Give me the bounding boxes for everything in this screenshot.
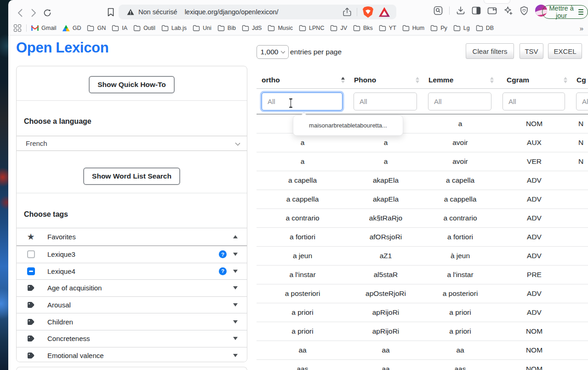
bookmark-item-outil[interactable]: Outil bbox=[133, 25, 155, 31]
table-row[interactable]: a prioriapRijoRia prioriNOM bbox=[257, 322, 588, 341]
column-header-lemme[interactable]: Lemme bbox=[423, 71, 497, 88]
update-browser-button[interactable]: Mettre à jour bbox=[542, 5, 588, 19]
folder-icon bbox=[330, 25, 337, 31]
checkbox-unchecked[interactable] bbox=[27, 250, 35, 258]
leo-ai-icon[interactable] bbox=[503, 6, 513, 16]
bookmark-item-yt[interactable]: YT bbox=[379, 25, 396, 31]
autocomplete-suggestion[interactable]: maisonarbretabletabouretta... bbox=[293, 115, 403, 136]
table-cell: a priori bbox=[257, 322, 348, 341]
sidebar-panel: Show Quick How-To Choose a language Fren… bbox=[16, 66, 247, 362]
wallet-icon[interactable] bbox=[487, 6, 497, 15]
checkbox-indeterminate[interactable] bbox=[27, 267, 35, 275]
caret-down-icon[interactable] bbox=[233, 303, 238, 306]
vpn-shield-icon[interactable] bbox=[519, 6, 529, 16]
back-button[interactable] bbox=[15, 8, 25, 18]
table-cell bbox=[571, 247, 588, 265]
bookmark-item-db[interactable]: DB bbox=[476, 25, 494, 31]
bookmark-item-music[interactable]: Music bbox=[268, 25, 293, 31]
download-icon[interactable] bbox=[456, 6, 465, 15]
security-label[interactable]: Non sécurisé bbox=[138, 8, 177, 16]
folder-icon bbox=[268, 25, 275, 31]
table-row[interactable]: aaavoirVERN bbox=[257, 152, 588, 171]
bookmark-item-bks[interactable]: Bks bbox=[353, 25, 373, 31]
sidebar-item-lexique3[interactable]: Lexique3? bbox=[17, 246, 247, 263]
caret-down-icon[interactable] bbox=[233, 286, 238, 289]
column-header-phono[interactable]: Phono bbox=[348, 71, 423, 88]
caret-down-icon[interactable] bbox=[233, 253, 238, 256]
table-row[interactable]: a posterioriapOsteRjoRia posterioriADV bbox=[257, 284, 588, 303]
share-icon[interactable] bbox=[343, 7, 351, 17]
caret-down-icon[interactable] bbox=[233, 337, 238, 340]
bookmark-item-lpnc[interactable]: LPNC bbox=[299, 25, 324, 31]
sidebar-item-age-of-acquisition[interactable]: Age of acquisition bbox=[17, 280, 247, 297]
tsv-export-button[interactable]: TSV bbox=[519, 43, 543, 59]
sidebar-item-favorites[interactable]: ★Favorites bbox=[17, 228, 247, 246]
bookmarks-overflow-chevron[interactable]: » bbox=[580, 24, 583, 32]
bookmark-item-lg[interactable]: Lg bbox=[453, 25, 470, 31]
table-row[interactable]: a cappellaakapElaa cappellaADV bbox=[257, 190, 588, 209]
bookmark-item-bib[interactable]: Bib bbox=[217, 25, 236, 31]
sidebar-item-concreteness[interactable]: Concreteness bbox=[17, 330, 247, 347]
reload-button[interactable] bbox=[42, 8, 52, 18]
table-cell: a l'instar bbox=[423, 266, 497, 284]
table-row[interactable]: aaavoirAUXN bbox=[257, 133, 588, 152]
column-header-ortho[interactable]: ortho bbox=[257, 71, 348, 88]
table-row[interactable]: a fortioriafORsjoRia fortioriADV bbox=[257, 228, 588, 247]
bookmark-item-lab-js[interactable]: Lab.js bbox=[161, 25, 187, 31]
brave-shield-icon[interactable] bbox=[363, 6, 373, 18]
sidebar-toggle-icon[interactable] bbox=[472, 6, 481, 15]
tag-icon bbox=[27, 335, 35, 342]
table-row[interactable]: aasaaaasNOM bbox=[257, 360, 588, 370]
caret-down-icon[interactable] bbox=[233, 320, 238, 324]
table-row[interactable]: a l'instaral5staRa l'instarPRE bbox=[257, 266, 588, 284]
bookmark-item-ia[interactable]: IA bbox=[112, 25, 127, 31]
table-row[interactable]: a contrarioak§tRaRjoa contrarioADV bbox=[257, 209, 588, 228]
bookmark-item-jv[interactable]: JV bbox=[330, 25, 347, 31]
bookmark-item-uni[interactable]: Uni bbox=[193, 25, 211, 31]
table-row[interactable]: a prioriapRijoRia prioriADV bbox=[257, 303, 588, 322]
column-header-cg[interactable]: Cg bbox=[571, 71, 588, 88]
find-in-page-icon[interactable] bbox=[434, 6, 443, 15]
table-cell: a priori bbox=[423, 322, 497, 341]
bookmark-item-py[interactable]: Py bbox=[430, 25, 447, 31]
show-quick-howto-button[interactable]: Show Quick How-To bbox=[89, 76, 175, 93]
folder-icon bbox=[353, 25, 360, 31]
clear-filters-button[interactable]: Clear filters bbox=[466, 43, 514, 59]
sidebar-item-arousal[interactable]: Arousal bbox=[17, 297, 247, 314]
caret-down-icon[interactable] bbox=[233, 354, 238, 357]
caret-up-icon[interactable] bbox=[233, 235, 238, 238]
bookmark-item-hum[interactable]: Hum bbox=[402, 25, 424, 31]
bookmark-item-gd[interactable]: GD bbox=[63, 25, 81, 31]
bat-rewards-icon[interactable] bbox=[379, 7, 390, 17]
sidebar-item-lexique4[interactable]: Lexique4? bbox=[17, 263, 247, 280]
sidebar-item-emotional-valence[interactable]: Emotional valence bbox=[17, 347, 247, 362]
filter-input-cg[interactable] bbox=[576, 92, 588, 110]
url-text[interactable]: lexique.org/django/openlexicon/ bbox=[185, 8, 279, 16]
language-select[interactable]: French bbox=[17, 136, 247, 151]
table-row[interactable]: a capellaakapElaa capellaADV bbox=[257, 171, 588, 190]
page-size-select[interactable]: 1,000 bbox=[257, 45, 289, 59]
filter-input-lemme[interactable] bbox=[428, 92, 491, 110]
table-row[interactable]: a jeunaZ1à jeunADV bbox=[257, 247, 588, 266]
bookmark-icon[interactable] bbox=[106, 7, 116, 17]
help-icon[interactable]: ? bbox=[219, 267, 227, 275]
bookmark-item-gmail[interactable]: Gmail bbox=[31, 25, 57, 31]
show-word-list-search-button[interactable]: Show Word List Search bbox=[83, 168, 180, 185]
bookmark-item-jds[interactable]: JdS bbox=[242, 25, 262, 31]
filter-input-ortho[interactable] bbox=[262, 92, 343, 110]
sidebar-item-children[interactable]: Children bbox=[17, 313, 247, 330]
table-row[interactable]: aaaaaaNOM bbox=[257, 341, 588, 360]
filter-input-cgram[interactable] bbox=[502, 92, 565, 110]
column-header-cgram[interactable]: Cgram bbox=[497, 71, 571, 88]
table-cell bbox=[571, 190, 588, 208]
table-cell: aa bbox=[423, 341, 497, 359]
excel-export-button[interactable]: EXCEL bbox=[548, 43, 582, 59]
table-cell bbox=[571, 266, 588, 284]
caret-down-icon[interactable] bbox=[233, 270, 238, 273]
address-bar[interactable]: Non sécurisé lexique.org/django/openlexi… bbox=[119, 5, 396, 19]
help-icon[interactable]: ? bbox=[219, 250, 227, 258]
bookmark-item-gn[interactable]: GN bbox=[87, 25, 106, 31]
forward-button[interactable] bbox=[29, 8, 39, 18]
apps-grid-icon[interactable] bbox=[14, 24, 21, 32]
filter-input-phono[interactable] bbox=[354, 92, 417, 110]
